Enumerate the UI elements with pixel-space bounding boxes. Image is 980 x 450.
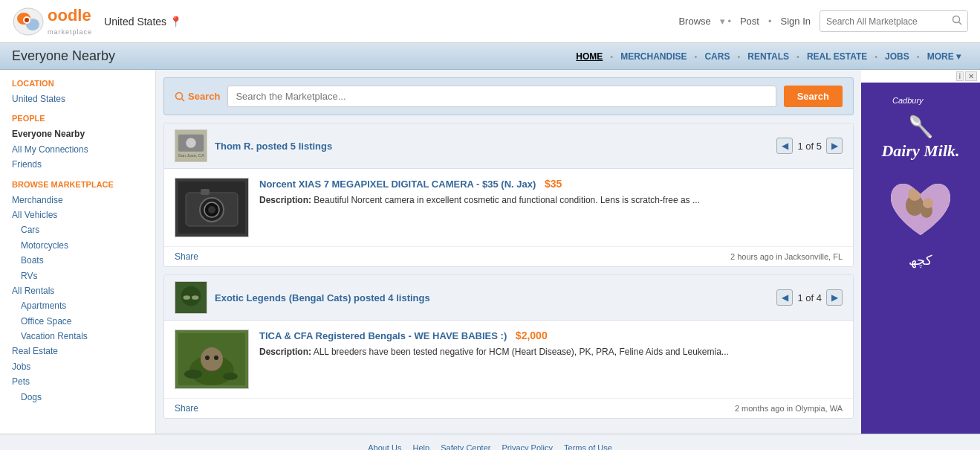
- nav-home[interactable]: HOME: [568, 51, 610, 62]
- location-text: United States: [104, 16, 166, 28]
- svg-line-6: [959, 22, 962, 25]
- logo-icon: [12, 7, 45, 36]
- sidebar-all-rentals[interactable]: All Rentals: [12, 283, 143, 298]
- listing-header-left-1: San Jose, CA Thom R. posted 5 listings: [175, 129, 332, 162]
- svg-text:Cadbury: Cadbury: [892, 96, 924, 105]
- footer-links: About Us Help Safety Center Privacy Poli…: [9, 443, 971, 450]
- listing-price-2: $2,000: [516, 330, 548, 341]
- svg-point-4: [25, 18, 29, 22]
- logo[interactable]: oodle marketplace: [12, 6, 92, 36]
- sidebar-all-vehicles[interactable]: All Vehicles: [12, 208, 143, 222]
- cat-image: [178, 333, 245, 385]
- footer-about[interactable]: About Us: [368, 443, 401, 450]
- share-link-1[interactable]: Share: [175, 251, 198, 262]
- ad-heart-svg: [883, 172, 958, 246]
- sidebar-cars[interactable]: Cars: [12, 222, 143, 237]
- sidebar-boats[interactable]: Boats: [12, 253, 143, 268]
- next-page-btn-1[interactable]: ▶: [826, 138, 843, 154]
- nav-merchandise[interactable]: MERCHANDISE: [613, 51, 694, 62]
- sidebar-location-link[interactable]: United States: [12, 91, 143, 106]
- page-indicator-2: 1 of 4: [797, 292, 822, 303]
- svg-point-22: [192, 295, 199, 300]
- sidebar-dogs[interactable]: Dogs: [12, 390, 143, 405]
- listing-avatar-1: San Jose, CA: [175, 129, 207, 162]
- desc-label-1: Description:: [259, 195, 311, 205]
- desc-text-2: ALL breeders have been tested negative f…: [314, 347, 729, 357]
- sidebar-jobs[interactable]: Jobs: [12, 359, 143, 374]
- footer-safety[interactable]: Safety Center: [441, 443, 490, 450]
- logo-text: oodle: [48, 6, 91, 25]
- svg-point-28: [184, 370, 202, 379]
- listing-header-left-2: Exotic Legends (Bengal Cats) posted 4 li…: [175, 281, 430, 314]
- listing-footer-2: Share 2 months ago in Olympia, WA: [164, 398, 853, 418]
- signin-link[interactable]: Sign In: [781, 16, 811, 27]
- sidebar-friends[interactable]: Friends: [12, 157, 143, 172]
- ad-urdu-text: کچھ: [909, 252, 932, 269]
- svg-point-20: [181, 286, 201, 306]
- sidebar-all-connections[interactable]: All My Connections: [12, 142, 143, 157]
- sidebar-rvs[interactable]: RVs: [12, 269, 143, 283]
- svg-point-27: [214, 356, 218, 360]
- logo-subtext: marketplace: [48, 28, 92, 36]
- header-search-button[interactable]: [947, 11, 967, 31]
- listing-title-2[interactable]: TICA & CFA Registered Bengals - WE HAVE …: [259, 330, 507, 341]
- footer-help[interactable]: Help: [412, 443, 429, 450]
- nav-more[interactable]: MORE ▾: [920, 51, 968, 62]
- poster-count-1: 5 listings: [291, 141, 332, 152]
- header: oodle marketplace United States 📍 Browse…: [0, 0, 980, 43]
- prev-page-btn-1[interactable]: ◀: [776, 138, 793, 154]
- ad-info-btn[interactable]: i: [956, 71, 964, 81]
- sidebar-office-space[interactable]: Office Space: [12, 314, 143, 329]
- listing-title-row-1: Norcent XIAS 7 MEGAPIXEL DIGITAL CAMERA …: [259, 178, 843, 190]
- sidebar-vacation-rentals[interactable]: Vacation Rentals: [12, 329, 143, 344]
- logo-area: oodle marketplace United States 📍: [12, 6, 182, 36]
- pagination-2: ◀ 1 of 4 ▶: [776, 289, 843, 306]
- sidebar-real-estate[interactable]: Real Estate: [12, 344, 143, 359]
- ad-dairy-milk-title: Dairy Milk.: [881, 142, 959, 160]
- nav-real-estate[interactable]: REAL ESTATE: [799, 51, 874, 62]
- desc-label-2: Description:: [259, 347, 311, 357]
- browse-section-title: BROWSE MARKETPLACE: [12, 180, 143, 189]
- content-search-input[interactable]: [227, 86, 776, 107]
- svg-point-36: [923, 198, 933, 208]
- nav-rentals[interactable]: RENTALS: [740, 51, 796, 62]
- share-link-2[interactable]: Share: [175, 403, 198, 414]
- separator: ▾ •: [720, 16, 731, 27]
- nav-links: HOME • MERCHANDISE • CARS • RENTALS • RE…: [568, 51, 968, 62]
- sidebar-pets[interactable]: Pets: [12, 374, 143, 389]
- location-header: United States 📍: [104, 16, 182, 28]
- post-link[interactable]: Post: [740, 16, 759, 27]
- sidebar-merchandise[interactable]: Merchandise: [12, 193, 143, 208]
- prev-page-btn-2[interactable]: ◀: [776, 289, 793, 306]
- page-indicator-1: 1 of 5: [797, 141, 822, 152]
- ad-close-btn[interactable]: ✕: [965, 71, 977, 81]
- svg-point-5: [953, 16, 960, 23]
- listing-poster-2: Exotic Legends (Bengal Cats) posted 4 li…: [215, 292, 430, 303]
- listing-avatar-2: [175, 281, 207, 314]
- ad-area: i ✕ Cadbury 🥄 Dairy Milk.: [861, 70, 980, 434]
- location-pin-icon: 📍: [169, 16, 182, 28]
- browse-link[interactable]: Browse: [678, 16, 710, 27]
- poster-count-2: 4 listings: [388, 292, 429, 303]
- sidebar-motorcycles[interactable]: Motorcycles: [12, 238, 143, 253]
- next-page-btn-2[interactable]: ▶: [826, 289, 843, 306]
- footer: About Us Help Safety Center Privacy Poli…: [0, 434, 980, 450]
- nav-jobs[interactable]: JOBS: [877, 51, 917, 62]
- footer-privacy[interactable]: Privacy Policy: [502, 443, 553, 450]
- nav-cars[interactable]: CARS: [697, 51, 737, 62]
- header-search-input[interactable]: [820, 13, 947, 30]
- people-section-title: PEOPLE: [12, 114, 143, 123]
- poster-name-2: Exotic Legends (Bengal Cats): [215, 292, 351, 303]
- listing-time-2: 2 months ago in Olympia, WA: [735, 404, 843, 413]
- header-search-bar: [820, 10, 968, 32]
- content-search-button[interactable]: Search: [784, 86, 843, 107]
- header-right: Browse ▾ • Post • Sign In: [678, 10, 968, 32]
- svg-point-26: [205, 356, 210, 360]
- ad-content: Cadbury 🥄 Dairy Milk.: [861, 83, 980, 434]
- listing-desc-1: Description: Beautiful Norcent camera in…: [259, 193, 843, 207]
- sidebar-apartments[interactable]: Apartments: [12, 298, 143, 313]
- footer-terms[interactable]: Terms of Use: [564, 443, 612, 450]
- svg-text:San Jose, CA: San Jose, CA: [178, 153, 204, 158]
- listing-title-1[interactable]: Norcent XIAS 7 MEGAPIXEL DIGITAL CAMERA …: [259, 179, 536, 190]
- svg-line-8: [182, 98, 185, 101]
